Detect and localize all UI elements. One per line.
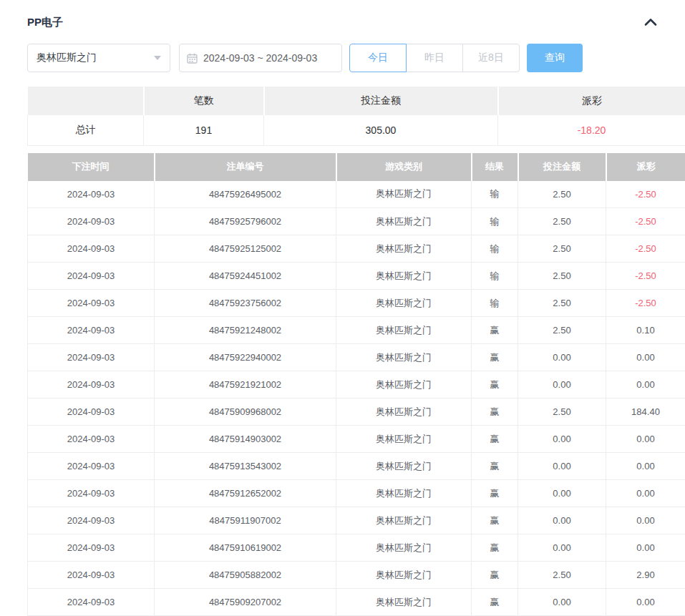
cell-payout: -2.50 [606,235,685,263]
cell-game: 奥林匹斯之门 [336,562,472,589]
table-body: 2024-09-0348475926495002奥林匹斯之门输2.50-2.50… [28,181,685,616]
cell-result: 输 [472,290,518,317]
caret-down-icon [154,56,161,60]
date-range-value: 2024-09-03 ~ 2024-09-03 [203,52,317,64]
panel-header: PP电子 [27,16,658,29]
cell-bet: 0.00 [518,480,606,507]
cell-date: 2024-09-03 [28,208,155,235]
cell-order-no: 48475921921002 [155,371,336,399]
cell-game: 奥林匹斯之门 [336,344,472,371]
cell-payout: 0.00 [606,589,685,616]
cell-date: 2024-09-03 [28,290,155,317]
search-button[interactable]: 查询 [527,44,583,72]
cell-order-no: 48475909968002 [155,399,336,426]
cell-result: 赢 [472,480,518,507]
cell-game: 奥林匹斯之门 [336,589,472,616]
cell-result: 赢 [472,344,518,371]
cell-game: 奥林匹斯之门 [336,453,472,480]
cell-bet: 0.00 [518,534,606,562]
table-row: 2024-09-0348475926495002奥林匹斯之门输2.50-2.50 [28,181,685,208]
game-select-value: 奥林匹斯之门 [37,52,97,64]
cell-game: 奥林匹斯之门 [336,263,472,290]
cell-order-no: 48475911907002 [155,507,336,534]
table-row: 2024-09-0348475924451002奥林匹斯之门输2.50-2.50 [28,263,685,290]
cell-game: 奥林匹斯之门 [336,235,472,263]
cell-date: 2024-09-03 [28,371,155,399]
table-row: 2024-09-0348475909207002奥林匹斯之门赢0.000.00 [28,589,685,616]
cell-order-no: 48475926495002 [155,181,336,208]
cell-date: 2024-09-03 [28,263,155,290]
collapse-button[interactable] [643,15,658,29]
cell-result: 赢 [472,589,518,616]
cell-payout: 0.00 [606,507,685,534]
cell-order-no: 48475912652002 [155,480,336,507]
quick-date-button-2[interactable]: 近8日 [462,44,520,72]
cell-result: 输 [472,181,518,208]
cell-order-no: 48475924451002 [155,263,336,290]
cell-game: 奥林匹斯之门 [336,317,472,344]
table-row: 2024-09-0348475905882002奥林匹斯之门赢2.502.90 [28,562,685,589]
cell-game: 奥林匹斯之门 [336,534,472,562]
cell-bet: 0.00 [518,589,606,616]
cell-date: 2024-09-03 [28,562,155,589]
table-row: 2024-09-0348475923756002奥林匹斯之门输2.50-2.50 [28,290,685,317]
summary-table: 笔数 投注金额 派彩 总计 191 305.00 -18.20 [27,87,685,146]
summary-total-count: 191 [144,115,264,145]
quick-date-button-0[interactable]: 今日 [349,44,407,72]
cell-bet: 2.50 [518,263,606,290]
cell-bet: 0.00 [518,426,606,453]
date-range-input[interactable]: 2024-09-03 ~ 2024-09-03 [179,44,342,72]
table-row: 2024-09-0348475910619002奥林匹斯之门赢0.000.00 [28,534,685,562]
cell-game: 奥林匹斯之门 [336,507,472,534]
cell-payout: 0.00 [606,344,685,371]
game-select[interactable]: 奥林匹斯之门 [27,44,170,72]
cell-payout: 2.90 [606,562,685,589]
pp-games-panel: PP电子 奥林匹斯之门 2024-09-03 ~ 20 [0,0,685,616]
cell-bet: 2.50 [518,399,606,426]
cell-date: 2024-09-03 [28,399,155,426]
quick-date-button-1[interactable]: 昨日 [406,44,463,72]
table-row: 2024-09-0348475913543002奥林匹斯之门赢0.000.00 [28,453,685,480]
cell-order-no: 48475914903002 [155,426,336,453]
summary-col-payout: 派彩 [498,87,685,115]
summary-total-label: 总计 [28,115,144,145]
cell-game: 奥林匹斯之门 [336,208,472,235]
table-row: 2024-09-0348475925796002奥林匹斯之门输2.50-2.50 [28,208,685,235]
cell-result: 赢 [472,317,518,344]
col-result: 结果 [472,153,518,181]
cell-payout: 0.00 [606,534,685,562]
cell-order-no: 48475922940002 [155,344,336,371]
cell-payout: -2.50 [606,263,685,290]
summary-total-payout: -18.20 [498,115,685,145]
bet-records-table: 下注时间 注单编号 游戏类别 结果 投注金额 派彩 2024-09-034847… [27,153,685,616]
cell-date: 2024-09-03 [28,344,155,371]
cell-result: 赢 [472,426,518,453]
col-order-no: 注单编号 [155,153,336,181]
cell-order-no: 48475913543002 [155,453,336,480]
cell-payout: 0.00 [606,426,685,453]
table-row: 2024-09-0348475922940002奥林匹斯之门赢0.000.00 [28,344,685,371]
cell-order-no: 48475905882002 [155,562,336,589]
cell-date: 2024-09-03 [28,181,155,208]
col-bet-amount: 投注金额 [518,153,606,181]
summary-col-count: 笔数 [144,87,264,115]
table-row: 2024-09-0348475921921002奥林匹斯之门赢0.000.00 [28,371,685,399]
cell-result: 赢 [472,453,518,480]
quick-date-buttons: 今日昨日近8日 [349,44,520,72]
cell-order-no: 48475910619002 [155,534,336,562]
cell-date: 2024-09-03 [28,317,155,344]
cell-result: 输 [472,235,518,263]
table-row: 2024-09-0348475925125002奥林匹斯之门输2.50-2.50 [28,235,685,263]
summary-total-bet: 305.00 [264,115,498,145]
cell-bet: 2.50 [518,235,606,263]
col-payout: 派彩 [606,153,685,181]
cell-result: 赢 [472,507,518,534]
cell-payout: 0.00 [606,480,685,507]
cell-payout: 0.00 [606,453,685,480]
table-header-row: 下注时间 注单编号 游戏类别 结果 投注金额 派彩 [28,153,685,181]
cell-bet: 0.00 [518,344,606,371]
cell-order-no: 48475925796002 [155,208,336,235]
cell-date: 2024-09-03 [28,507,155,534]
cell-game: 奥林匹斯之门 [336,426,472,453]
cell-order-no: 48475925125002 [155,235,336,263]
